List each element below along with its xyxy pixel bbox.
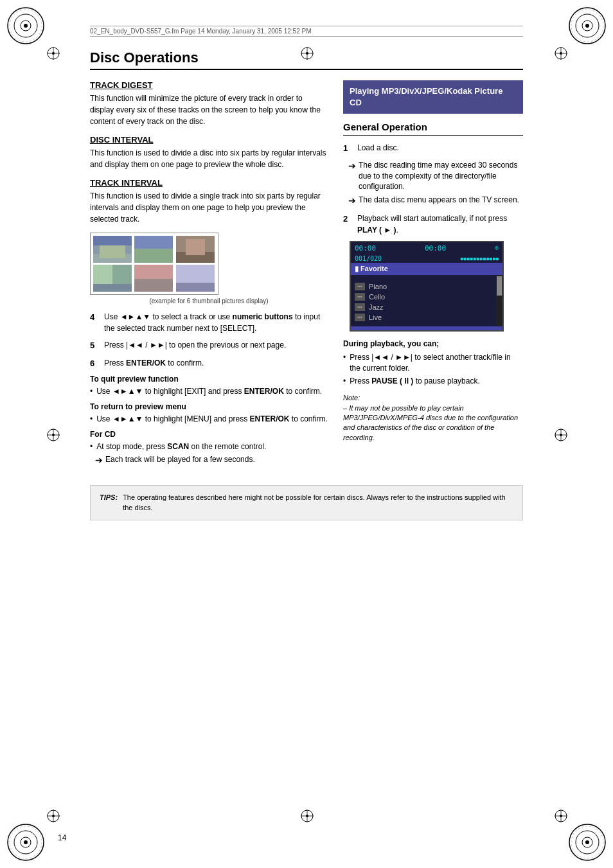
svg-point-8	[585, 24, 589, 28]
svg-point-13	[24, 840, 28, 844]
step-4: 4 Use ◄►▲▼ to select a track or use nume…	[90, 311, 328, 334]
thumbnail-3	[176, 236, 215, 263]
tips-label: TIPS:	[100, 492, 118, 513]
track-interval-section: TRACK INTERVAL This function is used to …	[90, 178, 328, 225]
to-return-text: Use ◄►▲▼ to highlight [MENU] and press E…	[96, 414, 328, 425]
track-digest-heading: TRACK DIGEST	[90, 80, 328, 90]
for-cd-arrow: ➔ Each track will be played for a few se…	[95, 454, 328, 467]
thumbnail-4	[93, 265, 132, 292]
note-section: Note: – It may not be possible to play c…	[343, 393, 523, 443]
thumbnail-5	[134, 265, 173, 292]
step1-arrow-2-text: The data disc menu appears on the TV scr…	[359, 195, 519, 208]
step1-arrow-1-text: The disc reading time may exceed 30 seco…	[359, 160, 523, 192]
svg-rect-64	[93, 265, 112, 284]
corner-decoration-tr	[568, 6, 607, 45]
to-quit-section: To quit preview function • Use ◄►▲▼ to h…	[90, 375, 328, 397]
dvd-favorites-bar: ▮ Favorite	[351, 263, 502, 275]
dvd-bottom-bar	[351, 326, 502, 330]
step1-arrow-1: ➔ The disc reading time may exceed 30 se…	[348, 160, 523, 192]
to-quit-text: Use ◄►▲▼ to highlight [EXIT] and press E…	[96, 386, 322, 397]
thumbnail-preview-box	[90, 233, 218, 295]
reg-mark-mr	[554, 428, 567, 441]
to-return-bullet: • Use ◄►▲▼ to highlight [MENU] and press…	[90, 414, 328, 425]
dvd-screen-subheader: 001/020 ▪▪▪▪▪▪▪▪▪▪▪▪	[351, 254, 502, 263]
right-step-1-number: 1	[343, 142, 353, 155]
tips-box: TIPS: The operating features described h…	[90, 485, 523, 520]
corner-decoration-bl	[6, 823, 45, 862]
step-6: 6 Press ENTER/OK to confirm.	[90, 357, 328, 370]
step-6-text: Press ENTER/OK to confirm.	[104, 357, 328, 370]
dvd-item-label-cello: Cello	[369, 293, 385, 301]
disc-interval-heading: DISC INTERVAL	[90, 135, 328, 145]
dvd-signal-bars: ▪▪▪▪▪▪▪▪▪▪▪▪	[460, 255, 499, 262]
dvd-item-icon-live: ▪▪▪	[355, 314, 365, 321]
during-playback-text-2: Press PAUSE ( II ) to pause playback.	[350, 376, 480, 387]
dvd-track-info: 001/020	[355, 255, 382, 262]
during-playback-heading: During playback, you can;	[343, 339, 523, 348]
corner-decoration-br	[568, 823, 607, 862]
to-quit-bullet: • Use ◄►▲▼ to highlight [EXIT] and press…	[90, 386, 328, 397]
during-playback-section: During playback, you can; • Press |◄◄ / …	[343, 339, 523, 387]
thumbnail-grid	[93, 236, 215, 292]
step1-arrow-2: ➔ The data disc menu appears on the TV s…	[348, 195, 523, 208]
track-digest-body: This function will minimize the picture …	[90, 93, 328, 127]
dvd-list-item-live: ▪▪▪ Live	[351, 312, 496, 323]
svg-rect-57	[134, 249, 173, 263]
dvd-list-item-piano: ▪▪▪ Piano	[351, 281, 496, 292]
dvd-item-icon-piano: ▪▪▪	[355, 283, 365, 290]
right-step-2: 2 Playback will start automatically, if …	[343, 213, 523, 236]
dvd-screen-mockup: 00:00 00:00 ⊙ 001/020 ▪▪▪▪▪▪▪▪▪▪▪▪ ▮ Fav…	[350, 241, 504, 332]
track-digest-section: TRACK DIGEST This function will minimize…	[90, 80, 328, 127]
right-step-1: 1 Load a disc.	[343, 142, 523, 155]
dvd-item-label-jazz: Jazz	[369, 303, 384, 311]
dvd-list-items: ▪▪▪ Piano ▪▪▪ Cello ▪▪▪ Jazz	[351, 275, 496, 326]
reg-mark-bm	[300, 809, 313, 822]
to-quit-heading: To quit preview function	[90, 375, 328, 384]
reg-mark-tm	[300, 46, 313, 59]
content-area: Disc Operations TRACK DIGEST This functi…	[90, 49, 523, 470]
for-cd-section: For CD • At stop mode, press SCAN on the…	[90, 430, 328, 467]
svg-rect-67	[134, 279, 173, 292]
bullet-dp-2: •	[343, 376, 346, 387]
for-cd-text-1: At stop mode, press SCAN on the remote c…	[96, 441, 266, 452]
reg-mark-bl	[46, 809, 59, 822]
svg-rect-70	[176, 283, 215, 292]
note-text: – It may not be possible to play certain…	[343, 403, 523, 443]
step-5-number: 5	[90, 339, 100, 352]
for-cd-text-2: Each track will be played for a few seco…	[105, 454, 255, 467]
svg-point-3	[24, 24, 28, 28]
page-number: 14	[58, 833, 66, 842]
left-column: TRACK DIGEST This function will minimize…	[90, 80, 328, 470]
file-info-text: 02_EN_body_DVD-S557_G.fm Page 14 Monday,…	[90, 28, 311, 35]
dvd-list-item-cello: ▪▪▪ Cello	[351, 292, 496, 302]
track-interval-heading: TRACK INTERVAL	[90, 178, 328, 188]
svg-rect-61	[186, 239, 205, 255]
dvd-scroll-thumb	[497, 276, 502, 296]
bullet-dp-1: •	[343, 352, 346, 374]
dvd-item-icon-cello: ▪▪▪	[355, 293, 365, 301]
dvd-time-left: 00:00	[355, 244, 376, 252]
bullet-symbol-2: •	[90, 414, 93, 425]
svg-rect-65	[112, 265, 132, 284]
step-4-number: 4	[90, 311, 100, 334]
dvd-screen-header: 00:00 00:00 ⊙	[351, 242, 502, 254]
dvd-item-icon-jazz: ▪▪▪	[355, 303, 365, 311]
reg-mark-tr	[554, 46, 567, 59]
for-cd-heading: For CD	[90, 430, 328, 439]
dvd-favorites-label: ▮ Favorite	[355, 265, 388, 272]
thumbnail-caption: (example for 6 thumbnail pictures displa…	[90, 297, 328, 305]
during-playback-bullet-1: • Press |◄◄ / ►►| to select another trac…	[343, 352, 523, 374]
tips-text: The operating features described here mi…	[123, 492, 513, 513]
svg-rect-63	[93, 284, 132, 292]
right-step-2-number: 2	[343, 213, 353, 236]
disc-interval-section: DISC INTERVAL This function is used to d…	[90, 135, 328, 170]
reg-mark-tl	[46, 46, 59, 59]
dvd-scroll-column	[496, 275, 502, 326]
bullet-symbol: •	[90, 386, 93, 397]
svg-rect-55	[93, 236, 132, 245]
dvd-list-item-jazz: ▪▪▪ Jazz	[351, 302, 496, 312]
right-column: Playing MP3/DivX/JPEG/Kodak Picture CD G…	[343, 80, 523, 470]
bullet-symbol-3: •	[90, 441, 93, 452]
dvd-list-wrapper: ▪▪▪ Piano ▪▪▪ Cello ▪▪▪ Jazz	[351, 275, 502, 326]
thumbnail-6	[176, 265, 215, 292]
